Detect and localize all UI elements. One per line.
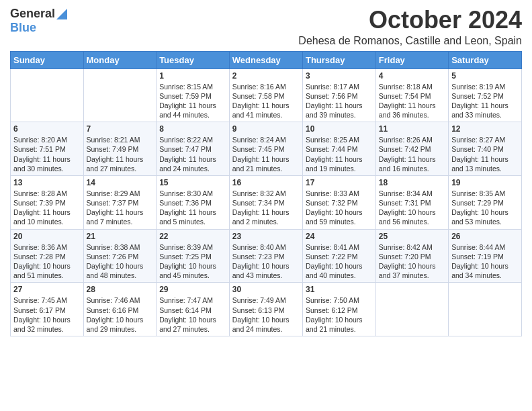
day-number: 3 [306,71,373,81]
day-info: Sunrise: 8:42 AMSunset: 7:20 PMDaylight:… [379,242,445,281]
calendar-cell: 31Sunrise: 7:50 AMSunset: 6:12 PMDayligh… [302,283,375,336]
logo-general: General [10,7,55,21]
day-number: 30 [232,285,300,294]
day-info: Sunrise: 8:22 AMSunset: 7:47 PMDaylight:… [159,135,226,173]
day-info: Sunrise: 7:50 AMSunset: 6:12 PMDaylight:… [306,295,373,334]
day-number: 15 [159,178,226,187]
weekday-header: Monday [83,51,157,68]
day-number: 29 [159,285,226,294]
calendar-cell: 6Sunrise: 8:20 AMSunset: 7:51 PMDaylight… [11,122,84,176]
calendar-cell: 16Sunrise: 8:32 AMSunset: 7:34 PMDayligh… [229,175,302,229]
day-info: Sunrise: 8:21 AMSunset: 7:49 PMDaylight:… [87,135,154,173]
svg-marker-0 [56,9,67,19]
day-info: Sunrise: 7:47 AMSunset: 6:14 PMDaylight:… [159,295,226,334]
day-number: 22 [159,232,226,241]
calendar-cell: 25Sunrise: 8:42 AMSunset: 7:20 PMDayligh… [375,229,448,283]
calendar-cell: 1Sunrise: 8:15 AMSunset: 7:59 PMDaylight… [157,68,230,122]
day-number: 12 [451,124,519,134]
day-number: 25 [379,232,445,241]
day-info: Sunrise: 8:18 AMSunset: 7:54 PMDaylight:… [379,82,445,120]
day-number: 20 [13,232,81,241]
calendar-cell: 19Sunrise: 8:35 AMSunset: 7:29 PMDayligh… [449,175,522,229]
day-number: 7 [87,124,154,134]
day-number: 21 [87,232,154,241]
calendar-week-row: 27Sunrise: 7:45 AMSunset: 6:17 PMDayligh… [11,283,522,336]
day-info: Sunrise: 8:26 AMSunset: 7:42 PMDaylight:… [379,135,445,173]
day-info: Sunrise: 8:19 AMSunset: 7:52 PMDaylight:… [451,82,519,120]
day-number: 10 [306,124,373,134]
day-number: 23 [232,232,300,241]
day-number: 5 [451,71,519,81]
day-info: Sunrise: 7:49 AMSunset: 6:13 PMDaylight:… [232,295,300,334]
weekday-header: Thursday [302,51,375,68]
calendar-cell: 23Sunrise: 8:40 AMSunset: 7:23 PMDayligh… [229,229,302,283]
calendar-cell: 5Sunrise: 8:19 AMSunset: 7:52 PMDaylight… [449,68,522,122]
logo-blue: Blue [10,21,36,35]
day-number: 18 [379,178,445,187]
day-info: Sunrise: 8:28 AMSunset: 7:39 PMDaylight:… [13,189,81,227]
day-number: 6 [13,124,81,134]
day-info: Sunrise: 8:25 AMSunset: 7:44 PMDaylight:… [306,135,373,173]
calendar-cell: 11Sunrise: 8:26 AMSunset: 7:42 PMDayligh… [375,122,448,176]
title-block: October 2024 Dehesa de Romanos, Castille… [298,7,522,47]
weekday-header: Wednesday [229,51,302,68]
calendar-cell: 24Sunrise: 8:41 AMSunset: 7:22 PMDayligh… [302,229,375,283]
calendar-cell: 29Sunrise: 7:47 AMSunset: 6:14 PMDayligh… [157,283,230,336]
calendar-cell: 9Sunrise: 8:24 AMSunset: 7:45 PMDaylight… [229,122,302,176]
calendar-cell: 20Sunrise: 8:36 AMSunset: 7:28 PMDayligh… [11,229,84,283]
calendar-cell: 15Sunrise: 8:30 AMSunset: 7:36 PMDayligh… [157,175,230,229]
weekday-header: Saturday [449,51,522,68]
day-info: Sunrise: 8:16 AMSunset: 7:58 PMDaylight:… [232,82,300,120]
location-title: Dehesa de Romanos, Castille and Leon, Sp… [298,35,522,47]
calendar-cell: 28Sunrise: 7:46 AMSunset: 6:16 PMDayligh… [83,283,157,336]
month-title: October 2024 [298,7,522,34]
day-number: 24 [306,232,373,241]
day-number: 19 [451,178,519,187]
calendar-cell: 13Sunrise: 8:28 AMSunset: 7:39 PMDayligh… [11,175,84,229]
calendar-cell [11,68,84,122]
calendar-cell: 27Sunrise: 7:45 AMSunset: 6:17 PMDayligh… [11,283,84,336]
calendar-cell: 3Sunrise: 8:17 AMSunset: 7:56 PMDaylight… [302,68,375,122]
day-number: 26 [451,232,519,241]
weekday-header: Sunday [11,51,84,68]
day-number: 31 [306,285,373,294]
calendar-cell: 18Sunrise: 8:34 AMSunset: 7:31 PMDayligh… [375,175,448,229]
calendar-cell: 7Sunrise: 8:21 AMSunset: 7:49 PMDaylight… [83,122,157,176]
day-number: 17 [306,178,373,187]
day-info: Sunrise: 8:44 AMSunset: 7:19 PMDaylight:… [451,242,519,281]
calendar-cell: 4Sunrise: 8:18 AMSunset: 7:54 PMDaylight… [375,68,448,122]
day-info: Sunrise: 7:45 AMSunset: 6:17 PMDaylight:… [13,295,81,334]
day-number: 2 [232,71,300,81]
calendar-cell [83,68,157,122]
calendar-week-row: 13Sunrise: 8:28 AMSunset: 7:39 PMDayligh… [11,175,522,229]
day-number: 13 [13,178,81,187]
calendar-cell: 17Sunrise: 8:33 AMSunset: 7:32 PMDayligh… [302,175,375,229]
day-number: 14 [87,178,154,187]
calendar-cell [449,283,522,336]
day-info: Sunrise: 8:41 AMSunset: 7:22 PMDaylight:… [306,242,373,281]
calendar-table: SundayMondayTuesdayWednesdayThursdayFrid… [10,51,522,336]
day-number: 28 [87,285,154,294]
calendar-week-row: 6Sunrise: 8:20 AMSunset: 7:51 PMDaylight… [11,122,522,176]
calendar-cell: 22Sunrise: 8:39 AMSunset: 7:25 PMDayligh… [157,229,230,283]
day-number: 11 [379,124,445,134]
weekday-header: Tuesday [157,51,230,68]
day-info: Sunrise: 8:20 AMSunset: 7:51 PMDaylight:… [13,135,81,173]
calendar-cell [375,283,448,336]
day-info: Sunrise: 8:24 AMSunset: 7:45 PMDaylight:… [232,135,300,173]
day-info: Sunrise: 8:38 AMSunset: 7:26 PMDaylight:… [87,242,154,281]
calendar-cell: 12Sunrise: 8:27 AMSunset: 7:40 PMDayligh… [449,122,522,176]
day-info: Sunrise: 8:30 AMSunset: 7:36 PMDaylight:… [159,189,226,227]
day-info: Sunrise: 8:32 AMSunset: 7:34 PMDaylight:… [232,189,300,227]
day-info: Sunrise: 8:15 AMSunset: 7:59 PMDaylight:… [159,82,226,120]
day-info: Sunrise: 8:34 AMSunset: 7:31 PMDaylight:… [379,189,445,227]
page-header: General Blue October 2024 Dehesa de Roma… [10,7,522,47]
day-number: 27 [13,285,81,294]
day-info: Sunrise: 7:46 AMSunset: 6:16 PMDaylight:… [87,295,154,334]
calendar-cell: 30Sunrise: 7:49 AMSunset: 6:13 PMDayligh… [229,283,302,336]
day-info: Sunrise: 8:40 AMSunset: 7:23 PMDaylight:… [232,242,300,281]
day-number: 8 [159,124,226,134]
calendar-cell: 8Sunrise: 8:22 AMSunset: 7:47 PMDaylight… [157,122,230,176]
calendar-cell: 14Sunrise: 8:29 AMSunset: 7:37 PMDayligh… [83,175,157,229]
weekday-header: Friday [375,51,448,68]
